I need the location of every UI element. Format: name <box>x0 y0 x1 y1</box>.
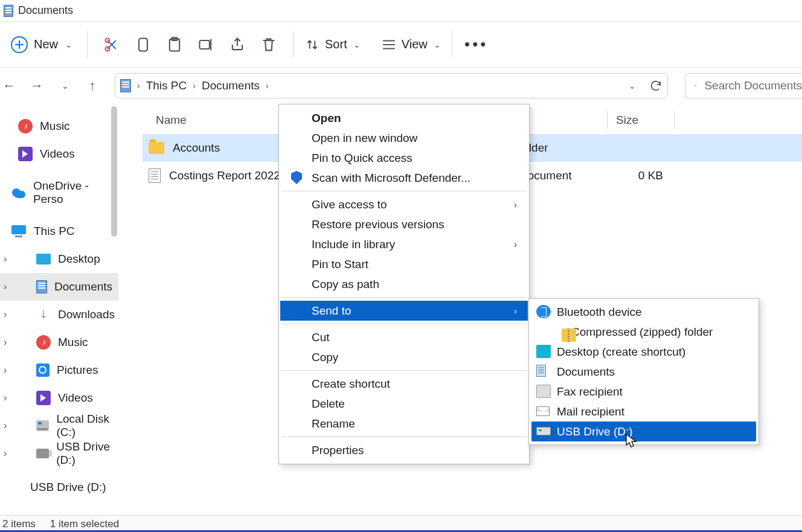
shield-icon <box>291 171 302 184</box>
menu-separator <box>281 324 527 324</box>
rename-button[interactable] <box>190 29 222 60</box>
copy-button[interactable] <box>127 29 159 60</box>
documents-icon <box>36 280 47 293</box>
svg-rect-5 <box>200 40 210 49</box>
sidebar: Music Videos OneDrive - Perso This PC De… <box>0 104 118 515</box>
separator <box>293 31 294 58</box>
sidebar-item-thispc[interactable]: This PC <box>0 217 118 245</box>
menu-cut[interactable]: Cut <box>280 327 528 347</box>
refresh-icon[interactable] <box>649 79 662 92</box>
sort-button[interactable]: Sort ⌄ <box>302 37 363 53</box>
sidebar-item-videos[interactable]: Videos <box>0 140 118 168</box>
menu-separator <box>281 191 527 191</box>
sendto-bluetooth[interactable]: Bluetooth device <box>531 302 756 322</box>
sidebar-item-label: Desktop <box>58 252 100 266</box>
menu-include-library[interactable]: Include in library› <box>280 234 528 254</box>
chevron-right-icon: › <box>193 81 196 91</box>
sidebar-item-desktop[interactable]: Desktop <box>0 245 118 273</box>
context-menu: Open Open in new window Pin to Quick acc… <box>278 104 530 464</box>
sidebar-item-onedrive[interactable]: OneDrive - Perso <box>0 179 118 207</box>
menu-rename[interactable]: Rename <box>280 414 528 434</box>
more-button[interactable]: ••• <box>461 29 492 60</box>
status-selected: 1 item selected <box>50 518 119 530</box>
sendto-zip[interactable]: Compressed (zipped) folder <box>531 322 756 342</box>
menu-open-new-window[interactable]: Open in new window <box>280 128 528 148</box>
menu-delete[interactable]: Delete <box>280 394 528 414</box>
cut-button[interactable] <box>96 29 127 60</box>
sidebar-item-label: Local Disk (C:) <box>56 412 118 439</box>
menu-copy[interactable]: Copy <box>280 347 528 367</box>
drive-icon <box>536 427 551 435</box>
sidebar-item-music[interactable]: Music <box>0 112 118 140</box>
menu-send-to[interactable]: Send to› <box>280 301 528 321</box>
separator <box>87 31 88 58</box>
delete-button[interactable] <box>253 29 284 60</box>
chevron-down-icon: ⌄ <box>62 81 69 91</box>
svg-rect-2 <box>139 38 147 51</box>
sidebar-item-documents[interactable]: Documents <box>0 273 118 301</box>
desktop-icon <box>536 345 551 358</box>
sidebar-item-label: Music <box>40 120 70 133</box>
sendto-documents[interactable]: Documents <box>531 362 756 382</box>
sort-label: Sort <box>325 37 347 51</box>
view-button[interactable]: View ⌄ <box>379 37 443 53</box>
menu-pin-start[interactable]: Pin to Start <box>280 254 528 274</box>
documents-icon <box>4 5 13 17</box>
back-button[interactable]: ← <box>0 77 18 95</box>
sidebar-item-pictures[interactable]: Pictures <box>0 356 118 384</box>
download-icon <box>36 307 51 322</box>
share-button[interactable] <box>222 29 253 60</box>
usb-icon <box>36 449 49 458</box>
sidebar-item-music2[interactable]: Music <box>0 328 118 356</box>
status-bar: 2 items 1 item selected <box>0 515 802 532</box>
up-button[interactable]: ↑ <box>83 77 101 95</box>
view-icon <box>381 37 397 53</box>
sendto-fax[interactable]: Fax recipient <box>531 382 756 402</box>
fax-icon <box>536 385 551 398</box>
breadcrumb-root[interactable]: This PC <box>146 79 187 92</box>
sendto-submenu: Bluetooth device Compressed (zipped) fol… <box>528 298 759 445</box>
sidebar-item-usbdrive[interactable]: USB Drive (D:) <box>0 440 118 467</box>
videos-icon <box>18 147 33 161</box>
menu-give-access[interactable]: Give access to› <box>280 194 528 214</box>
file-name: Costings Report 2022 <box>169 169 280 182</box>
sidebar-item-usbdrive2[interactable]: USB Drive (D:) <box>0 473 118 501</box>
sidebar-item-label: This PC <box>34 225 75 238</box>
column-size[interactable]: Size <box>608 114 674 127</box>
menu-copy-path[interactable]: Copy as path <box>280 274 528 294</box>
bluetooth-icon <box>536 305 551 318</box>
mail-icon <box>536 406 550 416</box>
menu-defender-scan[interactable]: Scan with Microsoft Defender... <box>280 168 528 188</box>
sendto-usb[interactable]: USB Drive (D:) <box>531 421 756 441</box>
sendto-desktop[interactable]: Desktop (create shortcut) <box>531 342 756 362</box>
scrollbar-thumb[interactable] <box>111 106 117 237</box>
sidebar-item-label: Videos <box>58 391 93 405</box>
menu-properties[interactable]: Properties <box>280 440 528 460</box>
chevron-down-icon[interactable]: ⌄ <box>629 81 636 91</box>
breadcrumb-current[interactable]: Documents <box>202 79 260 92</box>
share-icon <box>229 36 246 53</box>
search-placeholder: Search Documents <box>704 79 802 92</box>
new-button[interactable]: New ⌄ <box>5 33 79 57</box>
disk-icon <box>36 420 49 431</box>
recent-button[interactable]: ⌄ <box>56 77 74 95</box>
paste-button[interactable] <box>159 29 190 60</box>
menu-restore-versions[interactable]: Restore previous versions <box>280 214 528 234</box>
sidebar-item-label: USB Drive (D:) <box>56 440 118 467</box>
copy-icon <box>135 36 152 53</box>
cursor-icon <box>626 434 638 449</box>
breadcrumb[interactable]: › This PC › Documents › ⌄ <box>115 73 668 98</box>
videos-icon <box>36 391 51 405</box>
dots-icon: ••• <box>464 35 488 54</box>
search-input[interactable]: Search Documents <box>685 73 802 98</box>
sidebar-item-downloads[interactable]: Downloads <box>0 301 118 328</box>
menu-open[interactable]: Open <box>280 108 528 128</box>
menu-pin-quick-access[interactable]: Pin to Quick access <box>280 148 528 168</box>
forward-button[interactable]: → <box>28 77 46 95</box>
sidebar-item-videos2[interactable]: Videos <box>0 384 118 412</box>
column-separator[interactable] <box>674 111 675 129</box>
menu-create-shortcut[interactable]: Create shortcut <box>280 374 528 394</box>
file-size: 0 KB <box>606 169 673 182</box>
sendto-mail[interactable]: Mail recipient <box>531 402 756 421</box>
sidebar-item-localdisk[interactable]: Local Disk (C:) <box>0 412 118 440</box>
